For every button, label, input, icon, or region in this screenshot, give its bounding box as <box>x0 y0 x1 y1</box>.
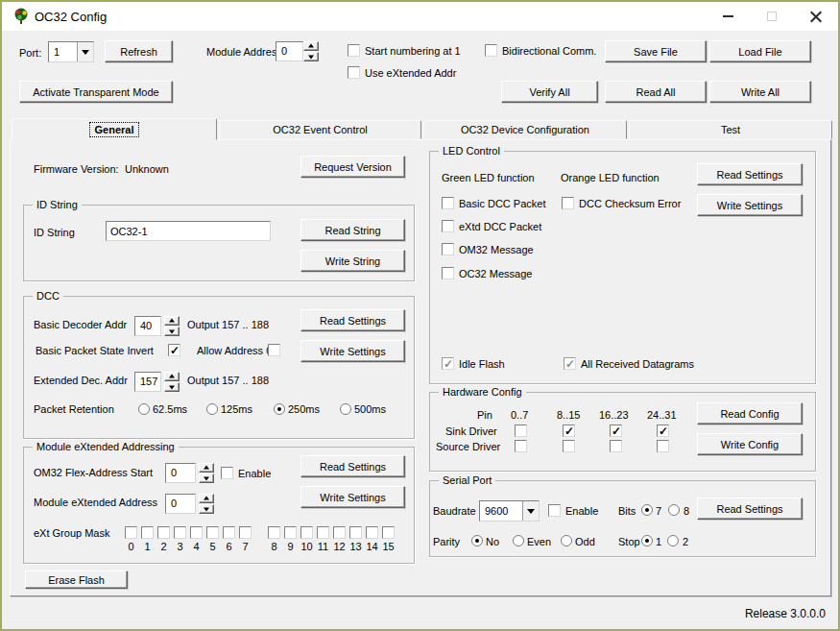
maximize-button[interactable] <box>750 2 794 31</box>
led-write-settings-button[interactable]: Write Settings <box>697 194 803 216</box>
om32-message-checkbox[interactable] <box>442 243 454 255</box>
tab-general[interactable]: General <box>12 118 217 140</box>
mask-bit-9-checkbox[interactable] <box>284 526 297 539</box>
dcc-checksum-error-checkbox[interactable] <box>562 197 574 209</box>
retention-250ms-radio[interactable] <box>274 403 285 415</box>
start-numbering-checkbox[interactable] <box>348 44 360 57</box>
parity-even-radio[interactable] <box>513 535 524 546</box>
stop-2-radio[interactable] <box>667 535 679 546</box>
mask-bit-11-checkbox[interactable] <box>317 526 329 539</box>
spin-down-icon[interactable] <box>164 382 180 392</box>
source-16-23-checkbox[interactable] <box>610 440 622 452</box>
write-string-button[interactable]: Write String <box>300 250 405 272</box>
save-file-button[interactable]: Save File <box>605 40 707 62</box>
spin-up-icon[interactable] <box>164 316 180 326</box>
baudrate-select[interactable]: 9600 <box>479 500 540 522</box>
module-address-input[interactable]: 0 <box>276 41 303 61</box>
tab-test[interactable]: Test <box>629 120 832 139</box>
mask-bit-0-checkbox[interactable] <box>125 526 137 539</box>
parity-no-radio[interactable] <box>471 535 483 546</box>
mask-bit-1-checkbox[interactable] <box>141 526 154 539</box>
activate-transparent-mode-button[interactable]: Activate Transparent Mode <box>19 81 173 103</box>
oc32-message-checkbox[interactable] <box>442 267 454 279</box>
spin-up-icon[interactable] <box>164 372 180 381</box>
mask-bit-14-checkbox[interactable] <box>366 526 378 539</box>
verify-all-button[interactable]: Verify All <box>501 81 598 103</box>
sink-16-23-checkbox[interactable] <box>610 425 622 437</box>
flex-enable-checkbox[interactable] <box>221 467 233 479</box>
mask-bit-6-checkbox[interactable] <box>223 526 235 539</box>
all-received-datagrams-checkbox[interactable] <box>564 357 576 370</box>
retention-62ms-radio[interactable] <box>138 403 150 415</box>
request-version-button[interactable]: Request Version <box>300 156 405 178</box>
load-file-button[interactable]: Load File <box>709 40 811 62</box>
bidirectional-checkbox[interactable] <box>485 44 497 57</box>
mask-bit-4-checkbox[interactable] <box>190 526 203 539</box>
mask-bit-10-checkbox[interactable] <box>300 526 313 539</box>
read-config-button[interactable]: Read Config <box>697 402 803 425</box>
tab-oc32-event-control[interactable]: OC32 Event Control <box>219 120 421 139</box>
module-extended-address-input[interactable]: 0 <box>165 494 196 514</box>
mask-bit-5-checkbox[interactable] <box>206 526 219 539</box>
mask-bit-3-checkbox[interactable] <box>174 526 186 539</box>
stop-1-radio[interactable] <box>641 535 653 546</box>
module-address-spinner[interactable] <box>303 41 319 61</box>
spin-down-icon[interactable] <box>199 473 214 483</box>
mask-bit-15-checkbox[interactable] <box>382 526 395 539</box>
write-config-button[interactable]: Write Config <box>697 433 803 455</box>
port-dropdown-icon[interactable] <box>77 42 93 61</box>
extended-dec-addr-spinner[interactable] <box>164 372 180 392</box>
mask-bit-12-checkbox[interactable] <box>333 526 346 539</box>
modext-write-settings-button[interactable]: Write Settings <box>300 486 405 508</box>
modext-read-settings-button[interactable]: Read Settings <box>300 455 405 477</box>
use-extended-checkbox[interactable] <box>348 66 360 79</box>
baudrate-dropdown-icon[interactable] <box>522 501 539 521</box>
id-string-input[interactable] <box>106 221 271 241</box>
idle-flash-checkbox[interactable] <box>442 357 454 370</box>
extd-dcc-packet-checkbox[interactable] <box>442 220 454 232</box>
sink-0-7-checkbox[interactable] <box>515 425 527 437</box>
packet-state-invert-checkbox[interactable] <box>168 344 180 356</box>
allow-address-0-checkbox[interactable] <box>268 344 280 356</box>
mask-bit-2-checkbox[interactable] <box>157 526 170 539</box>
module-extended-address-spinner[interactable] <box>199 494 214 514</box>
serial-read-settings-button[interactable]: Read Settings <box>697 498 803 520</box>
refresh-button[interactable]: Refresh <box>105 40 173 62</box>
basic-decoder-addr-input[interactable]: 40 <box>134 316 161 336</box>
led-read-settings-button[interactable]: Read Settings <box>697 163 803 185</box>
source-8-15-checkbox[interactable] <box>563 440 575 452</box>
read-all-button[interactable]: Read All <box>605 81 707 103</box>
source-0-7-checkbox[interactable] <box>515 440 527 452</box>
write-all-button[interactable]: Write All <box>709 81 811 103</box>
bits-8-radio[interactable] <box>668 504 680 516</box>
spin-down-icon[interactable] <box>199 504 214 514</box>
bits-7-radio[interactable] <box>641 504 653 516</box>
parity-odd-radio[interactable] <box>561 535 572 546</box>
spin-down-icon[interactable] <box>164 327 180 336</box>
read-string-button[interactable]: Read String <box>300 219 405 241</box>
extended-dec-addr-input[interactable]: 157 <box>134 372 161 392</box>
sink-8-15-checkbox[interactable] <box>563 425 575 437</box>
erase-flash-button[interactable]: Erase Flash <box>25 570 128 589</box>
basic-dcc-packet-checkbox[interactable] <box>442 197 454 209</box>
close-button[interactable] <box>794 2 838 31</box>
mask-bit-13-checkbox[interactable] <box>349 526 362 539</box>
spin-up-icon[interactable] <box>199 494 214 503</box>
tab-oc32-device-configuration[interactable]: OC32 Device Configuration <box>423 120 627 139</box>
source-24-31-checkbox[interactable] <box>657 440 669 452</box>
port-select[interactable]: 1 <box>48 41 94 62</box>
retention-125ms-radio[interactable] <box>206 403 218 415</box>
dcc-read-settings-button[interactable]: Read Settings <box>300 309 405 331</box>
basic-decoder-addr-spinner[interactable] <box>164 316 180 336</box>
serial-enable-checkbox[interactable] <box>548 504 561 517</box>
mask-bit-8-checkbox[interactable] <box>268 526 280 539</box>
flex-address-start-input[interactable]: 0 <box>165 463 196 483</box>
dcc-write-settings-button[interactable]: Write Settings <box>300 340 405 362</box>
spin-up-icon[interactable] <box>199 463 214 473</box>
spin-down-icon[interactable] <box>303 52 319 61</box>
sink-24-31-checkbox[interactable] <box>657 425 669 437</box>
minimize-button[interactable] <box>706 2 750 31</box>
spin-up-icon[interactable] <box>303 41 319 51</box>
mask-bit-7-checkbox[interactable] <box>239 526 252 539</box>
retention-500ms-radio[interactable] <box>340 403 351 415</box>
